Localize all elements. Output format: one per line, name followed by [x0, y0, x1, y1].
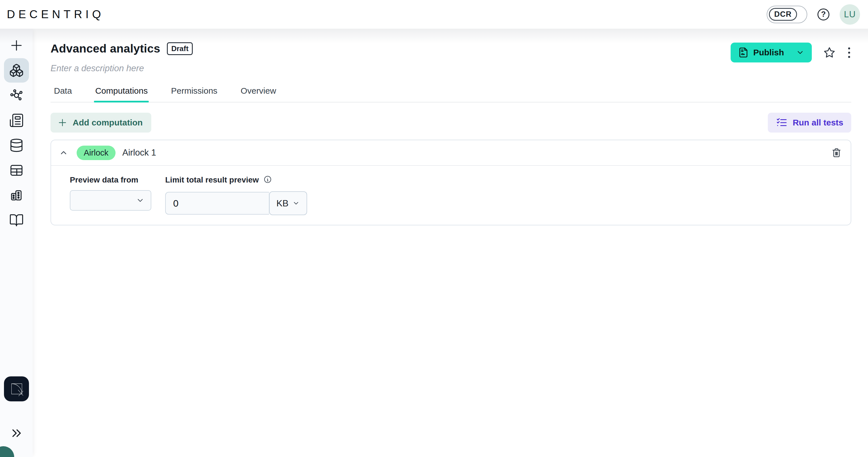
run-all-tests-label: Run all tests [793, 118, 843, 127]
limit-unit-value: KB [276, 198, 289, 209]
limit-field: Limit total result preview KB [165, 174, 307, 215]
computation-card-body: Preview data from Limit total result pre… [51, 166, 851, 215]
document-report-icon [738, 47, 749, 58]
tab-data[interactable]: Data [53, 86, 73, 102]
info-icon[interactable] [264, 175, 272, 185]
page-header: Advanced analytics Draft Enter a descrip… [51, 42, 851, 73]
double-chevron-right-icon [10, 427, 23, 440]
sidebar-item-datasets[interactable] [0, 133, 33, 158]
plus-icon [57, 118, 67, 128]
sidebar-item-news[interactable] [0, 108, 33, 133]
chevron-down-icon [796, 48, 804, 57]
help-icon[interactable]: ? [817, 8, 829, 21]
sidebar-item-computations[interactable] [0, 58, 33, 83]
tab-computations[interactable]: Computations [94, 86, 149, 102]
checklist-icon [776, 117, 788, 129]
add-computation-button[interactable]: Add computation [51, 113, 151, 132]
tab-bar: Data Computations Permissions Overview [51, 86, 851, 102]
star-icon [823, 46, 836, 59]
chevron-up-icon [59, 148, 68, 157]
preview-from-field: Preview data from [70, 174, 151, 215]
dcr-badge[interactable]: DCR [767, 6, 808, 23]
publish-button[interactable]: Publish [731, 42, 812, 62]
sidebar-item-network[interactable] [0, 83, 33, 108]
computations-toolbar: Add computation Run all tests [51, 113, 851, 132]
limit-label: Limit total result preview [165, 176, 259, 184]
preview-from-label: Preview data from [70, 176, 138, 184]
favorite-star-button[interactable] [823, 46, 836, 59]
database-icon [9, 138, 24, 153]
limit-input-group: KB [165, 192, 307, 215]
computation-name[interactable]: Airlock 1 [122, 148, 156, 158]
kebab-dot [848, 48, 850, 50]
trash-icon [831, 148, 842, 158]
app-logo: DECENTRIQ [7, 8, 104, 21]
limit-value-input[interactable] [165, 192, 269, 215]
computation-card: Airlock Airlock 1 Preview data from [51, 140, 851, 225]
sidebar-item-tables[interactable] [0, 158, 33, 183]
decentriq-mark [4, 376, 29, 401]
plus-icon [9, 38, 24, 53]
sidebar-item-new[interactable] [0, 33, 33, 58]
sidebar-item-docs[interactable] [0, 208, 33, 233]
page-title: Advanced analytics [51, 42, 160, 55]
more-options-button[interactable] [847, 46, 851, 59]
sidebar-expand[interactable] [0, 421, 33, 446]
book-open-icon [9, 213, 24, 227]
run-all-tests-button[interactable]: Run all tests [768, 113, 851, 132]
topbar: DECENTRIQ DCR ? LU [0, 0, 868, 29]
status-badge: Draft [167, 42, 193, 55]
avatar[interactable]: LU [840, 4, 860, 25]
limit-unit-select[interactable]: KB [269, 191, 307, 215]
preview-from-select[interactable] [70, 190, 151, 211]
description-input[interactable]: Enter a description here [51, 63, 193, 73]
kebab-dot [848, 52, 850, 54]
computation-card-header: Airlock Airlock 1 [51, 140, 851, 166]
dcr-badge-label: DCR [769, 8, 797, 21]
kebab-dot [848, 56, 850, 58]
sidebar-item-organizations[interactable] [0, 183, 33, 208]
newspaper-icon [9, 113, 24, 128]
table-icon [9, 163, 24, 178]
network-hub-icon [9, 88, 24, 103]
tab-overview[interactable]: Overview [240, 86, 277, 102]
main-content: Advanced analytics Draft Enter a descrip… [33, 29, 868, 457]
delete-computation-button[interactable] [830, 147, 843, 159]
chevron-down-icon [292, 200, 300, 207]
tab-permissions[interactable]: Permissions [170, 86, 218, 102]
sidebar [0, 29, 33, 457]
header-actions: Publish [731, 42, 851, 62]
decentriq-mark-icon [8, 380, 25, 398]
buildings-icon [9, 188, 24, 203]
topbar-actions: DCR ? LU [767, 4, 860, 25]
computation-type-badge: Airlock [76, 146, 116, 160]
collapse-button[interactable] [57, 147, 70, 159]
cubes-icon [9, 63, 24, 78]
publish-label: Publish [753, 48, 784, 57]
chevron-down-icon [136, 196, 145, 205]
add-computation-label: Add computation [73, 118, 143, 127]
